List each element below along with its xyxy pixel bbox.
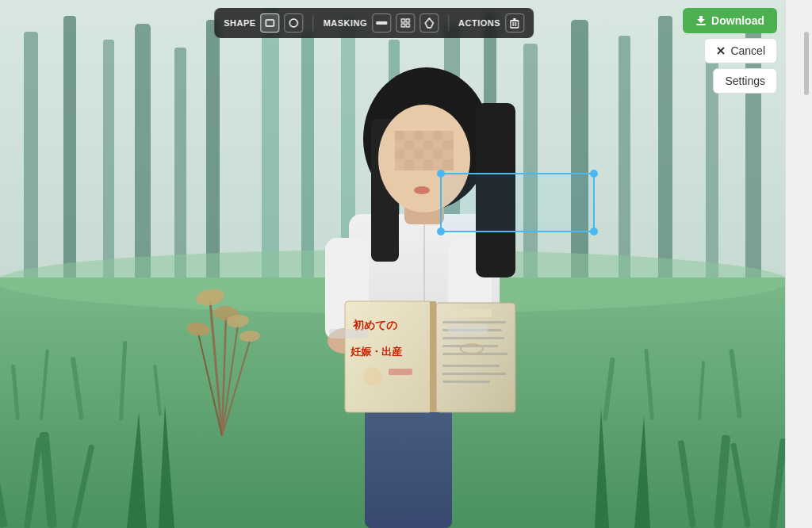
svg-rect-75 [395,140,404,150]
svg-rect-72 [423,131,433,140]
masking-brush-button[interactable] [372,13,391,33]
cancel-label: Cancel [730,44,765,57]
actions-label: ACTIONS [458,18,500,28]
svg-rect-112 [401,19,404,22]
svg-rect-74 [442,131,454,140]
divider-2 [448,15,449,31]
svg-rect-71 [414,131,423,140]
svg-rect-96 [448,325,488,335]
toolbar-masking-section: MASKING [324,13,439,33]
svg-rect-121 [696,24,706,25]
svg-rect-114 [401,24,404,27]
cancel-icon [716,46,726,55]
scrollbar-thumb[interactable] [804,32,809,95]
svg-rect-91 [433,159,442,170]
top-right-actions: Download Cancel Settings [683,8,777,94]
svg-rect-82 [404,150,414,159]
svg-rect-48 [430,301,436,412]
divider-1 [313,15,314,31]
svg-rect-65 [476,103,515,277]
svg-rect-83 [414,150,423,159]
toolbar: SHAPE MASKING [214,8,534,38]
shape-circle-button[interactable] [285,13,304,33]
svg-rect-80 [442,140,454,150]
svg-rect-69 [395,131,404,140]
svg-point-110 [290,19,298,27]
actions-trash-button[interactable] [505,13,524,33]
download-button[interactable]: Download [683,8,777,33]
cancel-button[interactable]: Cancel [704,38,777,63]
svg-text:妊娠・出産: 妊娠・出産 [350,346,403,358]
svg-rect-59 [442,365,500,367]
svg-point-93 [414,186,430,194]
svg-rect-116 [511,21,519,28]
svg-rect-62 [448,309,492,317]
svg-rect-109 [266,20,274,26]
toolbar-actions-section: ACTIONS [458,13,524,33]
shape-label: SHAPE [224,18,255,28]
shape-rect-button[interactable] [261,13,280,33]
svg-rect-86 [442,150,454,159]
svg-rect-95 [329,329,369,339]
svg-rect-60 [442,373,506,375]
svg-rect-73 [433,131,442,140]
svg-rect-54 [442,321,506,323]
svg-rect-115 [406,24,409,27]
download-icon [695,15,707,26]
masking-lasso-button[interactable] [419,13,439,33]
svg-rect-57 [442,345,498,347]
svg-rect-61 [442,381,490,383]
sidebar-scrollbar-area [785,0,812,528]
toolbar-shape-section: SHAPE [224,13,303,33]
download-label: Download [711,14,764,27]
masking-grid-button[interactable] [396,13,415,33]
svg-rect-77 [414,140,423,150]
masking-label: MASKING [324,18,367,28]
svg-rect-113 [406,19,409,22]
svg-rect-49 [436,303,515,412]
image-canvas: 初めての 妊娠・出産 [0,0,785,528]
settings-button[interactable]: Settings [713,68,777,94]
svg-rect-84 [423,150,433,159]
settings-label: Settings [725,75,765,87]
svg-rect-89 [414,159,423,170]
svg-rect-92 [442,159,454,170]
svg-rect-56 [442,337,504,339]
svg-rect-76 [404,140,414,150]
svg-rect-111 [376,21,387,25]
svg-rect-88 [404,159,414,170]
svg-rect-79 [433,140,442,150]
svg-rect-85 [433,150,442,159]
svg-rect-78 [423,140,433,150]
svg-rect-70 [404,131,414,140]
svg-point-52 [363,367,382,386]
svg-rect-90 [423,159,433,170]
svg-rect-87 [395,159,404,170]
svg-rect-81 [395,150,404,159]
svg-rect-53 [389,369,412,375]
